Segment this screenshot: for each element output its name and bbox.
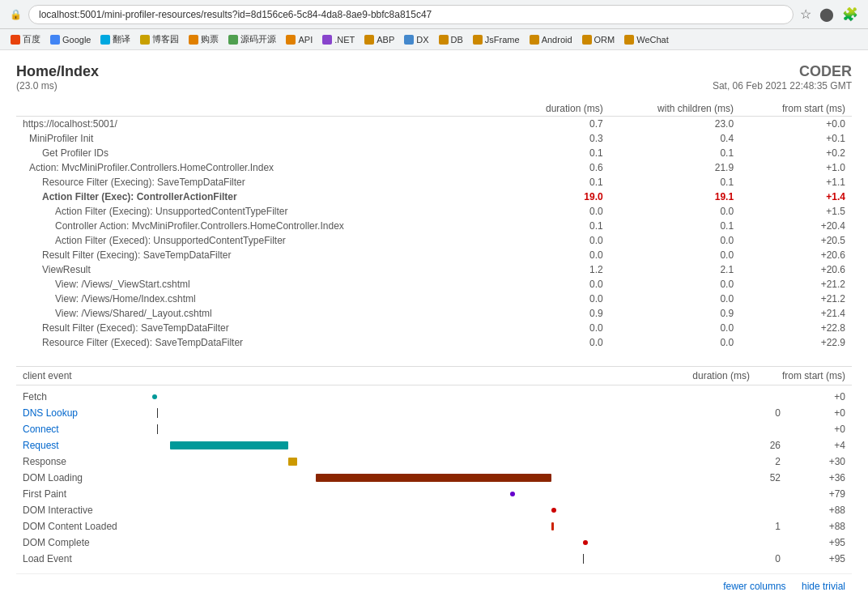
client-row-timeline	[152, 520, 716, 533]
timeline-dot	[510, 492, 515, 496]
client-row-from-start: +88	[781, 505, 845, 516]
profile-icon[interactable]: ⬤	[819, 6, 834, 22]
bookmark-db[interactable]: DB	[435, 33, 467, 46]
client-row-from-start: +0	[781, 407, 845, 419]
server-row-duration: 0.3	[507, 131, 610, 146]
server-row-from-start: +1.5	[740, 204, 852, 219]
fewer-columns-link[interactable]: fewer columns	[723, 581, 785, 592]
client-row-label: DOM Complete	[23, 537, 152, 548]
client-row-label: DOM Interactive	[23, 505, 152, 516]
server-row-with-children: 0.0	[610, 233, 740, 248]
timeline-line	[583, 554, 584, 564]
server-row-from-start: +21.2	[740, 292, 852, 306]
client-from-start-col: from start (ms)	[782, 370, 845, 381]
client-row-from-start: +36	[781, 472, 845, 483]
client-row: DNS Lookup0+0	[16, 405, 852, 421]
timeline-dot	[583, 540, 588, 545]
bookmark-baidu[interactable]: 百度	[6, 32, 45, 47]
bookmark-source[interactable]: 源码开源	[224, 32, 280, 47]
server-row-from-start: +0.0	[740, 117, 852, 132]
timeline-dot	[152, 394, 157, 399]
timeline-bar	[170, 441, 288, 449]
client-row: Connect+0	[16, 421, 852, 437]
server-row-duration: 0.0	[507, 277, 610, 292]
client-rows-container: Fetch+0DNS Lookup0+0Connect+0Request26+4…	[16, 389, 852, 567]
hide-trivial-link[interactable]: hide trivial	[802, 581, 845, 592]
extension-icon[interactable]: 🧩	[842, 6, 858, 22]
server-row-label: Result Filter (Execing): SaveTempDataFil…	[16, 248, 507, 262]
server-row-label: Resource Filter (Execed): SaveTempDataFi…	[16, 335, 507, 350]
client-row: Response2+30	[16, 454, 852, 470]
server-row-duration: 0.1	[507, 219, 610, 233]
client-row: Load Event0+95	[16, 551, 852, 567]
client-row-from-start: +0	[781, 424, 845, 435]
server-row-label: Resource Filter (Execing): SaveTempDataF…	[16, 175, 507, 190]
server-row-label: Action Filter (Execed): UnsupportedConte…	[16, 233, 507, 248]
server-row-from-start: +20.4	[740, 219, 852, 233]
bookmark-dotnet[interactable]: .NET	[318, 33, 359, 46]
server-row-label: Action Filter (Execing): UnsupportedCont…	[16, 204, 507, 219]
browser-bar: 🔒 localhost:5001/mini-profiler-resources…	[0, 0, 868, 29]
server-row-label: ViewResult	[16, 262, 507, 277]
client-row-duration: 0	[716, 407, 781, 419]
server-row-from-start: +22.9	[740, 335, 852, 350]
server-row-duration: 1.2	[507, 262, 610, 277]
client-row-label: Request	[23, 440, 152, 451]
server-row-duration: 19.0	[507, 190, 610, 204]
client-row-from-start: +0	[781, 391, 845, 402]
timeline-line	[157, 424, 158, 434]
server-row-with-children: 19.1	[610, 190, 740, 204]
server-row-from-start: +21.4	[740, 306, 852, 321]
profiler-title-block: Home/Index (23.0 ms)	[16, 63, 99, 92]
bookmark-google[interactable]: Google	[46, 33, 95, 46]
bookmark-jsframe[interactable]: JsFrame	[469, 33, 524, 46]
server-timings-table: duration (ms) with children (ms) from st…	[16, 101, 852, 350]
server-row-duration: 0.0	[507, 292, 610, 306]
client-row-from-start: +95	[781, 537, 845, 548]
server-row-with-children: 0.0	[610, 248, 740, 262]
client-row-timeline	[152, 390, 716, 403]
client-row-timeline	[152, 439, 716, 452]
bookmark-blog[interactable]: 博客园	[136, 32, 183, 47]
client-row-label: Connect	[23, 424, 152, 435]
bookmark-icon[interactable]: ☆	[800, 6, 811, 22]
server-row-from-start: +0.2	[740, 146, 852, 160]
bookmark-android[interactable]: Android	[525, 33, 577, 46]
bookmark-abp[interactable]: ABP	[360, 33, 398, 46]
profiler-datetime: Sat, 06 Feb 2021 22:48:35 GMT	[713, 80, 852, 92]
client-row: Fetch+0	[16, 389, 852, 405]
server-row-duration: 0.0	[507, 233, 610, 248]
timeline-line	[157, 408, 158, 418]
client-row-duration: 26	[716, 440, 781, 451]
timeline-bar	[316, 474, 551, 482]
server-row-label: Action Filter (Exec): ControllerActionFi…	[16, 190, 507, 204]
bookmark-translate[interactable]: 翻译	[96, 32, 134, 47]
client-row-timeline	[152, 488, 716, 500]
server-row-with-children: 0.0	[610, 321, 740, 335]
server-row-from-start: +1.0	[740, 160, 852, 175]
client-row-duration: 2	[716, 456, 781, 467]
server-row-from-start: +20.6	[740, 248, 852, 262]
server-row-with-children: 0.0	[610, 292, 740, 306]
client-row-timeline	[152, 407, 716, 420]
bookmark-wechat[interactable]: WeChat	[620, 33, 673, 46]
server-row-duration: 0.0	[507, 204, 610, 219]
client-section-label: client event	[23, 370, 72, 381]
client-row-label: Response	[23, 456, 152, 467]
page-title: Home/Index	[16, 63, 99, 80]
server-row-with-children: 2.1	[610, 262, 740, 277]
bookmark-dx[interactable]: DX	[400, 33, 432, 46]
server-row-label: View: /Views/Home/Index.cshtml	[16, 292, 507, 306]
client-row-timeline	[152, 471, 716, 484]
bookmark-ticket[interactable]: 购票	[185, 32, 223, 47]
client-row: DOM Loading52+36	[16, 470, 852, 486]
profiler-panel: Home/Index (23.0 ms) CODER Sat, 06 Feb 2…	[0, 50, 868, 592]
bookmark-api[interactable]: API	[282, 33, 317, 46]
server-row-label: MiniProfiler Init	[16, 131, 507, 146]
client-header: client event duration (ms) from start (m…	[16, 366, 852, 385]
bookmark-orm[interactable]: ORM	[578, 33, 619, 46]
col-with-children: with children (ms)	[610, 101, 740, 117]
url-bar[interactable]: localhost:5001/mini-profiler-resources/r…	[28, 5, 794, 24]
col-duration: duration (ms)	[507, 101, 610, 117]
server-row-from-start: +1.1	[740, 175, 852, 190]
